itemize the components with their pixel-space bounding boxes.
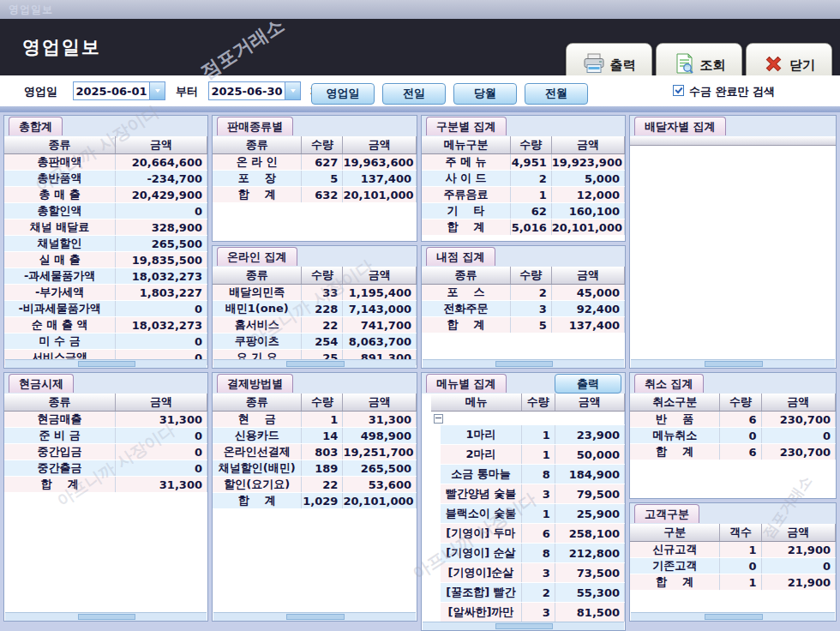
previous-day-button[interactable]: 전일 — [382, 83, 446, 105]
column-header[interactable]: 수량 — [302, 394, 343, 412]
scrollbar-thumb[interactable] — [495, 361, 554, 367]
current-month-button[interactable]: 당월 — [453, 83, 517, 105]
table-row[interactable]: 중간출금0 — [4, 460, 207, 477]
column-header[interactable]: 수량 — [510, 136, 551, 154]
column-header[interactable]: 메뉴구분 — [422, 136, 510, 154]
column-header[interactable]: 수량 — [302, 136, 343, 154]
table-row[interactable]: 기존고객00 — [630, 558, 836, 574]
column-header[interactable]: 수량 — [302, 267, 343, 285]
tab-total-summary[interactable]: 총합계 — [9, 117, 63, 135]
collected-only-checkbox[interactable] — [673, 85, 684, 96]
tab-cash-drawer[interactable]: 현금시제 — [9, 374, 74, 393]
table-row[interactable]: [기영이] 순살8212,800 — [431, 544, 625, 563]
table-row[interactable]: 중간입금0 — [4, 444, 207, 460]
column-header[interactable]: 종류 — [213, 267, 302, 285]
column-header[interactable]: 종류 — [213, 394, 302, 412]
table-row[interactable]: 준 비 금0 — [4, 428, 207, 444]
column-header[interactable]: 종류 — [4, 394, 116, 412]
column-header[interactable]: 금액 — [551, 136, 624, 154]
tab-instore-summary[interactable]: 내점 집계 — [426, 247, 495, 266]
scrollbar-thumb[interactable] — [78, 614, 136, 620]
table-row[interactable]: 주류음료112,000 — [422, 187, 625, 203]
date-from-input[interactable] — [74, 82, 149, 99]
table-row[interactable]: 소금 통마늘8184,900 — [431, 465, 625, 484]
table-row[interactable]: 홈서비스22741,700 — [213, 317, 417, 334]
horizontal-scrollbar[interactable] — [213, 612, 416, 621]
table-row[interactable]: 현 금131,300 — [213, 412, 417, 428]
table-row[interactable]: [기영이]순살373,500 — [431, 563, 625, 583]
table-row[interactable]: 총판매액20,664,600 — [4, 154, 207, 171]
table-row[interactable]: 전화주문392,400 — [422, 301, 625, 317]
tab-sale-type[interactable]: 판매종류별 — [217, 117, 293, 135]
tab-deliverer-summary[interactable]: 배달자별 집계 — [634, 117, 726, 135]
tab-online-summary[interactable]: 온라인 집계 — [217, 247, 297, 266]
column-header[interactable]: 종류 — [213, 136, 302, 154]
table-row[interactable]: [꿀조합] 빨간255,300 — [431, 583, 625, 603]
tab-category-summary[interactable]: 구분별 집계 — [426, 117, 507, 135]
table-row[interactable]: 합 계63220,101,000 — [213, 187, 417, 203]
tab-cancel-summary[interactable]: 취소 집계 — [634, 374, 704, 393]
column-header[interactable]: 종류 — [4, 136, 116, 154]
table-row[interactable]: 미 수 금0 — [4, 334, 207, 350]
table-row[interactable]: 총반품액-234,700 — [4, 171, 207, 187]
table-row[interactable]: 합 계121,900 — [630, 574, 836, 591]
date-to-dropdown-button[interactable] — [285, 82, 300, 99]
column-header[interactable]: 취소구분 — [630, 394, 720, 412]
column-header[interactable]: 금액 — [761, 394, 835, 412]
table-row[interactable]: 신규고객121,900 — [630, 542, 836, 558]
scrollbar-thumb[interactable] — [705, 361, 764, 367]
table-row[interactable]: 포 스245,000 — [422, 285, 625, 301]
table-row[interactable]: 총 매 출20,429,900 — [4, 187, 207, 203]
table-row[interactable]: 빨간양념 숯불379,500 — [431, 484, 625, 504]
table-row[interactable]: 합 계6230,700 — [630, 444, 836, 460]
column-header[interactable]: 메뉴 — [431, 394, 521, 412]
column-header[interactable]: 종류 — [422, 267, 510, 285]
table-row[interactable]: 채널할인265,500 — [4, 236, 207, 252]
column-header[interactable]: 금액 — [343, 136, 417, 154]
table-row[interactable]: 1마리123,900 — [431, 425, 625, 445]
table-row[interactable]: -과세물품가액18,032,273 — [4, 268, 207, 285]
table-row[interactable]: 배달의민족331,195,400 — [213, 285, 417, 301]
tab-payment-method[interactable]: 결제방법별 — [217, 374, 293, 393]
scrollbar-thumb[interactable] — [286, 614, 345, 620]
table-row[interactable]: 기 타62160,100 — [422, 203, 625, 219]
table-row[interactable]: 포 장5137,400 — [213, 171, 417, 187]
date-from-dropdown-button[interactable] — [149, 82, 165, 99]
tab-menu-summary[interactable]: 메뉴별 집계 — [426, 374, 507, 393]
column-header[interactable]: 객수 — [720, 524, 761, 542]
table-row[interactable]: 블랙소이 숯불125,900 — [431, 504, 625, 524]
table-row[interactable]: 실 매 출19,835,500 — [4, 252, 207, 268]
table-row[interactable]: 채널할인(배민)189265,500 — [213, 460, 417, 477]
table-row[interactable]: 신용카드14498,900 — [213, 428, 417, 444]
table-row[interactable]: 2마리150,000 — [431, 445, 625, 465]
window-titlebar[interactable]: 영업일보 — [0, 0, 840, 19]
table-row[interactable]: [알싸한]까만381,500 — [431, 603, 625, 622]
column-header[interactable]: 금액 — [761, 524, 835, 542]
horizontal-scrollbar[interactable] — [423, 622, 624, 630]
table-row[interactable]: -비과세물품가액0 — [4, 301, 207, 317]
menu-print-button[interactable]: 출력 — [555, 374, 621, 394]
horizontal-scrollbar[interactable] — [631, 359, 835, 368]
horizontal-scrollbar[interactable] — [213, 359, 416, 368]
table-row[interactable]: 온 라 인62719,963,600 — [213, 154, 417, 171]
table-row[interactable]: [기영이] 두마6258,100 — [431, 524, 625, 544]
table-row[interactable]: 채널 배달료328,900 — [4, 219, 207, 236]
table-row[interactable]: 합 계31,300 — [4, 477, 207, 493]
scrollbar-thumb[interactable] — [705, 614, 764, 620]
table-row[interactable]: 배민1(one)2287,143,000 — [213, 301, 417, 317]
horizontal-scrollbar[interactable] — [5, 612, 207, 621]
table-row[interactable]: -부가세액1,803,227 — [4, 285, 207, 301]
column-header[interactable]: 수량 — [521, 394, 555, 412]
table-row[interactable]: 메뉴취소00 — [630, 428, 836, 444]
table-row[interactable]: 총할인액0 — [4, 203, 207, 219]
column-header[interactable]: 수량 — [720, 394, 761, 412]
previous-month-button[interactable]: 전월 — [525, 83, 588, 105]
column-header[interactable]: 수량 — [510, 267, 551, 285]
scrollbar-thumb[interactable] — [286, 361, 345, 367]
table-row[interactable]: 온라인선결제80319,251,700 — [213, 444, 417, 460]
table-row[interactable]: 합 계5,01620,101,000 — [422, 219, 625, 236]
collapse-icon[interactable] — [434, 414, 443, 424]
column-header[interactable]: 금액 — [551, 267, 624, 285]
horizontal-scrollbar[interactable] — [631, 612, 835, 621]
business-day-button[interactable]: 영업일 — [311, 83, 375, 105]
